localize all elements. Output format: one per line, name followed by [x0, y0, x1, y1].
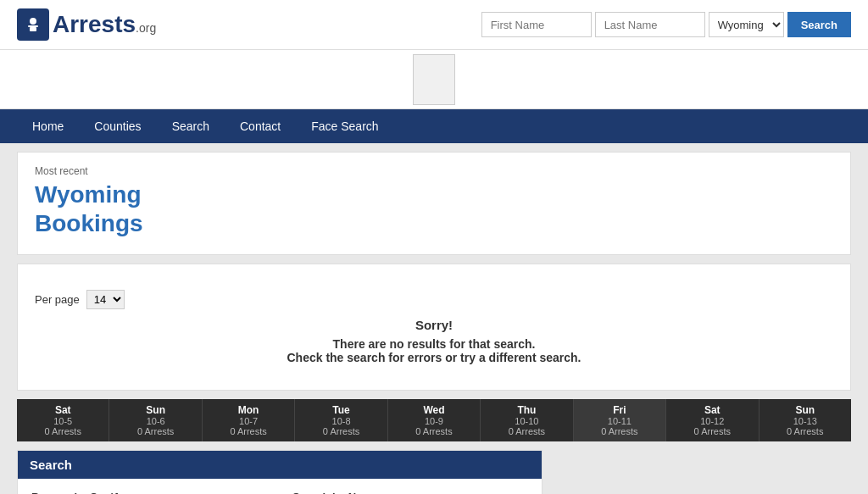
- day-arrests: 0 Arrests: [20, 426, 105, 436]
- day-item-7[interactable]: Sat 10-12 0 Arrests: [666, 399, 759, 441]
- day-name: Sat: [20, 404, 105, 416]
- day-arrests: 0 Arrests: [298, 426, 383, 436]
- most-recent-label: Most recent: [35, 165, 833, 177]
- day-name: Sun: [763, 404, 848, 416]
- ad-banner-area: [0, 50, 868, 109]
- day-name: Sun: [113, 404, 198, 416]
- browse-col: Browse by Sex/Age Age Sex Both Male Fema…: [31, 491, 267, 494]
- day-arrests: 0 Arrests: [206, 426, 291, 436]
- results-box: Per page 14 28 50 Sorry! There are no re…: [17, 264, 851, 391]
- nav-item-face-search[interactable]: Face Search: [296, 109, 393, 143]
- search-panel-body: Browse by Sex/Age Age Sex Both Male Fema…: [18, 479, 542, 494]
- nav-item-home[interactable]: Home: [17, 109, 79, 143]
- sorry-text: Sorry!: [35, 318, 833, 332]
- day-item-8[interactable]: Sun 10-13 0 Arrests: [760, 399, 851, 441]
- search-panel: Search Browse by Sex/Age Age Sex Both Ma…: [17, 450, 542, 494]
- day-date: 10-6: [113, 416, 198, 426]
- day-date: 10-8: [298, 416, 383, 426]
- browse-title: Browse by Sex/Age: [31, 491, 267, 494]
- day-arrests: 0 Arrests: [577, 426, 662, 436]
- day-item-3[interactable]: Tue 10-8 0 Arrests: [295, 399, 387, 441]
- logo-icon: [17, 8, 49, 41]
- bookings-section: Most recent Wyoming Bookings: [17, 152, 851, 255]
- day-date: 10-11: [577, 416, 662, 426]
- state-line2: Bookings: [35, 209, 833, 238]
- day-name: Fri: [577, 404, 662, 416]
- header: Arrests.org Wyoming Alabama Alaska Calif…: [0, 0, 868, 50]
- svg-point-0: [30, 18, 36, 25]
- day-name: Sat: [670, 404, 754, 416]
- header-state-select[interactable]: Wyoming Alabama Alaska California: [709, 12, 784, 37]
- day-arrests: 0 Arrests: [392, 426, 476, 436]
- header-search-button[interactable]: Search: [787, 12, 851, 37]
- header-first-name-input[interactable]: [481, 12, 592, 37]
- nav-item-counties[interactable]: Counties: [79, 109, 156, 143]
- per-page-select[interactable]: 14 28 50: [86, 290, 125, 309]
- day-item-0[interactable]: Sat 10-5 0 Arrests: [17, 399, 109, 441]
- per-page-row: Per page 14 28 50: [35, 290, 833, 309]
- day-arrests: 0 Arrests: [763, 426, 848, 436]
- day-arrests: 0 Arrests: [670, 426, 754, 436]
- day-date: 10-7: [206, 416, 291, 426]
- day-arrests: 0 Arrests: [484, 426, 569, 436]
- no-results-line1: There are no results for that search.: [35, 337, 833, 351]
- nav-item-search[interactable]: Search: [157, 109, 225, 143]
- day-date: 10-13: [763, 416, 848, 426]
- day-name: Tue: [298, 404, 383, 416]
- day-date: 10-10: [484, 416, 569, 426]
- day-date: 10-12: [670, 416, 754, 426]
- day-date: 10-9: [392, 416, 476, 426]
- day-item-6[interactable]: Fri 10-11 0 Arrests: [574, 399, 666, 441]
- per-page-label: Per page: [35, 293, 80, 306]
- main-content: Most recent Wyoming Bookings Per page 14…: [0, 143, 868, 494]
- nav-bar: Home Counties Search Contact Face Search: [0, 109, 868, 143]
- no-results-line2: Check the search for errors or try a dif…: [35, 351, 833, 364]
- logo-area: Arrests.org: [17, 8, 156, 41]
- day-item-5[interactable]: Thu 10-10 0 Arrests: [481, 399, 573, 441]
- day-item-2[interactable]: Mon 10-7 0 Arrests: [203, 399, 295, 441]
- day-name: Wed: [392, 404, 476, 416]
- search-panel-title: Search: [18, 451, 542, 479]
- day-item-1[interactable]: Sun 10-6 0 Arrests: [109, 399, 202, 441]
- svg-rect-1: [28, 25, 38, 27]
- days-bar: Sat 10-5 0 Arrests Sun 10-6 0 Arrests Mo…: [17, 399, 851, 441]
- day-name: Thu: [484, 404, 569, 416]
- day-name: Mon: [206, 404, 291, 416]
- day-arrests: 0 Arrests: [113, 426, 198, 436]
- name-search-col: Search by Name: [292, 491, 528, 494]
- svg-rect-2: [30, 27, 36, 31]
- logo-text: Arrests.org: [53, 13, 156, 36]
- ad-placeholder: [413, 54, 455, 105]
- search-by-name-title: Search by Name: [292, 491, 528, 494]
- header-search-form: Wyoming Alabama Alaska California Search: [481, 12, 851, 37]
- state-title: Wyoming Bookings: [35, 180, 833, 237]
- state-line1: Wyoming: [35, 180, 833, 209]
- nav-item-contact[interactable]: Contact: [225, 109, 296, 143]
- header-last-name-input[interactable]: [595, 12, 705, 37]
- day-item-4[interactable]: Wed 10-9 0 Arrests: [388, 399, 481, 441]
- day-date: 10-5: [20, 416, 105, 426]
